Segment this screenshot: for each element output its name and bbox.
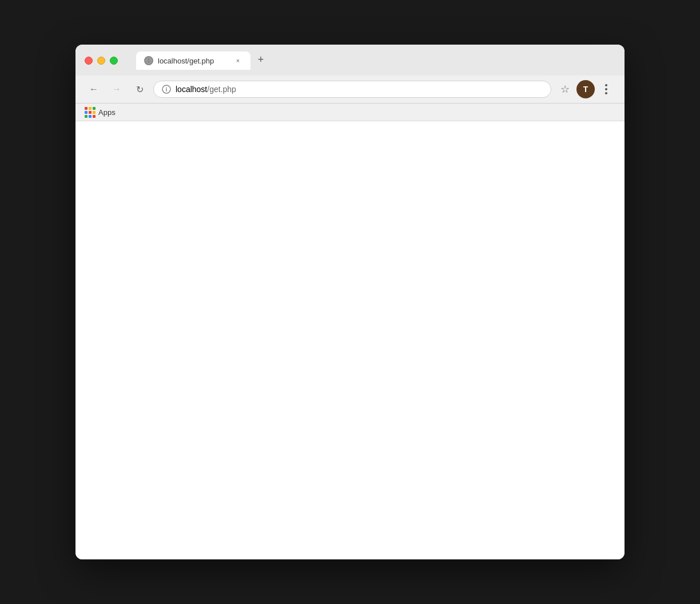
apps-dot-8 xyxy=(89,115,92,118)
apps-dot-2 xyxy=(89,107,92,110)
forward-button[interactable]: → xyxy=(108,80,126,98)
apps-dot-6 xyxy=(93,111,96,114)
browser-tab[interactable]: localhost/get.php × xyxy=(136,51,250,70)
close-button[interactable] xyxy=(85,57,93,65)
avatar[interactable]: T xyxy=(576,80,595,98)
forward-icon: → xyxy=(112,84,121,94)
apps-dot-5 xyxy=(89,111,92,114)
apps-dot-9 xyxy=(93,115,96,118)
apps-label: Apps xyxy=(98,108,116,117)
browser-window: localhost/get.php × + ← → ↻ xyxy=(75,45,625,559)
address-domain: localhost xyxy=(176,85,207,94)
minimize-button[interactable] xyxy=(97,57,105,65)
apps-dot-3 xyxy=(93,107,96,110)
apps-dot-1 xyxy=(85,107,88,110)
tab-title: localhost/get.php xyxy=(158,57,229,65)
svg-point-5 xyxy=(166,87,167,88)
apps-grid-icon xyxy=(85,107,95,117)
reload-icon: ↻ xyxy=(136,84,144,95)
tab-bar: localhost/get.php × + xyxy=(136,51,615,70)
bookmark-button[interactable]: ☆ xyxy=(556,80,574,98)
address-bar[interactable]: localhost/get.php xyxy=(153,81,551,98)
address-path: /get.php xyxy=(207,85,236,94)
bookmarks-bar: Apps xyxy=(75,104,625,121)
info-icon xyxy=(162,85,171,94)
menu-button[interactable] xyxy=(597,80,615,98)
maximize-button[interactable] xyxy=(110,57,118,65)
star-icon: ☆ xyxy=(560,83,570,96)
title-bar-top: localhost/get.php × + xyxy=(85,51,615,70)
apps-dot-4 xyxy=(85,111,88,114)
title-bar: localhost/get.php × + xyxy=(75,45,625,76)
new-tab-button[interactable]: + xyxy=(253,51,269,67)
tab-favicon xyxy=(144,56,153,65)
reload-button[interactable]: ↻ xyxy=(130,80,149,98)
tab-close-button[interactable]: × xyxy=(233,56,242,65)
apps-bookmark[interactable]: Apps xyxy=(85,107,116,117)
address-text: localhost/get.php xyxy=(176,85,543,94)
nav-bar: ← → ↻ localhost/get.php ☆ T xyxy=(75,76,625,104)
three-dots-icon xyxy=(605,84,607,94)
nav-actions: ☆ T xyxy=(556,80,615,98)
traffic-lights xyxy=(85,57,118,65)
back-icon: ← xyxy=(89,84,98,94)
back-button[interactable]: ← xyxy=(85,80,103,98)
page-content xyxy=(75,121,625,559)
apps-dot-7 xyxy=(85,115,88,118)
